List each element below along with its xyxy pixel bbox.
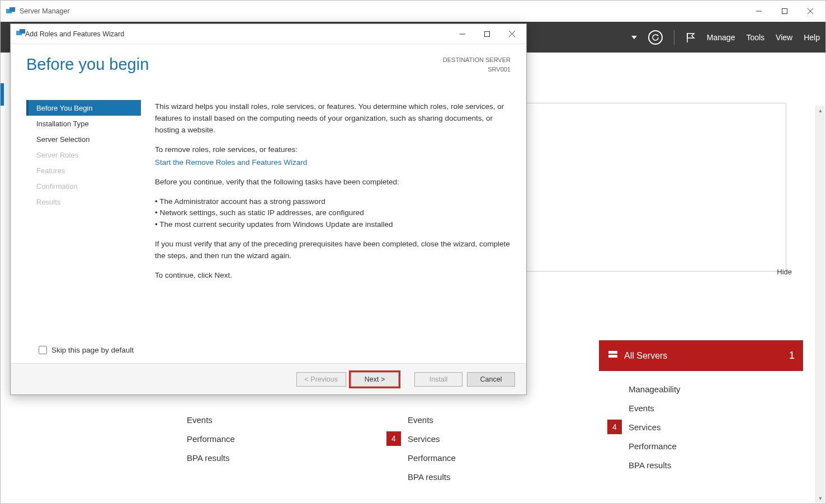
servers-icon (607, 349, 619, 363)
tile-line-manageability: Manageability (607, 379, 795, 398)
remove-label: To remove roles, role services, or featu… (155, 144, 511, 156)
svg-rect-14 (485, 31, 490, 36)
wizard-header: Before you begin DESTINATION SERVER SRV0… (11, 44, 526, 100)
main-titlebar: Server Manager (1, 1, 825, 22)
wizard-titlebar: Add Roles and Features Wizard (11, 24, 526, 44)
tile-line-performance: Performance (607, 436, 795, 455)
server-manager-icon (6, 7, 15, 16)
tile-line-performance: Performance (166, 429, 353, 448)
tile-line-services: 4Services (386, 429, 574, 448)
separator (674, 30, 674, 45)
tile-line-events: Events (166, 410, 353, 429)
svg-rect-1 (10, 7, 15, 12)
prereq-list: The Administrator account has a strong p… (155, 196, 511, 231)
flag-icon[interactable] (686, 32, 696, 43)
wizard-maximize-button[interactable] (475, 26, 499, 42)
cancel-button[interactable]: Cancel (467, 372, 515, 387)
badge-services: 4 (607, 420, 622, 434)
nav-server-roles: Server Roles (26, 147, 141, 163)
nav-confirmation: Confirmation (26, 178, 141, 194)
svg-marker-6 (631, 36, 637, 39)
remove-wizard-link[interactable]: Start the Remove Roles and Features Wiza… (155, 158, 307, 167)
wizard-footer: < Previous Next > Install Cancel (11, 363, 526, 394)
previous-button: < Previous (296, 372, 346, 387)
svg-rect-10 (608, 355, 617, 358)
tile-line-performance: Performance (386, 448, 574, 467)
wizard-heading: Before you begin (26, 55, 149, 100)
prereq-item: The Administrator account has a strong p… (155, 196, 511, 208)
skip-checkbox[interactable] (39, 346, 47, 354)
verify-label: Before you continue, verify that the fol… (155, 177, 511, 188)
nav-features: Features (26, 163, 141, 178)
wizard-nav: Before You Begin Installation Type Serve… (26, 100, 141, 346)
refresh-icon[interactable] (648, 30, 663, 45)
tile-count: 1 (789, 350, 795, 362)
destination-server: DESTINATION SERVER SRV001 (443, 55, 511, 100)
tile-line-bpa: BPA results (386, 467, 574, 486)
prereq-item: Network settings, such as static IP addr… (155, 207, 511, 219)
cmdbar-manage[interactable]: Manage (707, 33, 735, 42)
main-minimize-button[interactable] (746, 3, 772, 20)
wizard-icon (16, 28, 25, 40)
tile-line-events: Events (386, 410, 574, 429)
main-close-button[interactable] (797, 3, 823, 20)
nav-installation-type[interactable]: Installation Type (26, 116, 141, 131)
svg-rect-12 (20, 29, 25, 34)
main-title: Server Manager (20, 7, 70, 15)
cmdbar-tools[interactable]: Tools (746, 33, 764, 42)
tile-header-allservers[interactable]: All Servers 1 (599, 340, 803, 371)
install-button: Install (414, 372, 462, 387)
tile-line-bpa: BPA results (166, 448, 353, 467)
dropdown-caret-icon[interactable] (631, 36, 637, 39)
vertical-scrollbar[interactable]: ▲ ▼ (815, 106, 825, 503)
tile-line-events: Events (607, 398, 795, 417)
svg-marker-7 (657, 34, 659, 36)
continue-paragraph: To continue, click Next. (155, 270, 511, 282)
add-roles-wizard: Add Roles and Features Wizard Before you… (10, 23, 527, 395)
dest-name: SRV001 (443, 65, 511, 74)
tile-line-services: 4Services (607, 417, 795, 436)
verify-paragraph: If you must verify that any of the prece… (155, 239, 511, 262)
skip-label: Skip this page by default (51, 346, 134, 354)
tile-line-bpa: BPA results (607, 455, 795, 474)
scroll-up-icon[interactable]: ▲ (816, 106, 825, 115)
cmdbar-help[interactable]: Help (804, 33, 820, 42)
next-button[interactable]: Next > (351, 372, 399, 387)
hide-link[interactable]: Hide (777, 268, 792, 276)
intro-paragraph: This wizard helps you install roles, rol… (155, 101, 511, 136)
prereq-item: The most current security updates from W… (155, 219, 511, 231)
svg-rect-9 (608, 351, 617, 354)
wizard-title: Add Roles and Features Wizard (25, 30, 124, 38)
dest-label: DESTINATION SERVER (443, 55, 511, 65)
tile-all-servers: All Servers 1 Manageability Events 4Serv… (599, 340, 803, 503)
main-maximize-button[interactable] (772, 3, 797, 20)
nav-server-selection[interactable]: Server Selection (26, 131, 141, 147)
skip-row: Skip this page by default (11, 346, 526, 363)
nav-before-you-begin[interactable]: Before You Begin (26, 100, 141, 116)
wizard-body: Before You Begin Installation Type Serve… (11, 100, 526, 346)
tile-title: All Servers (624, 351, 667, 361)
wizard-close-button[interactable] (499, 26, 524, 42)
wizard-minimize-button[interactable] (450, 26, 475, 42)
wizard-content: This wizard helps you install roles, rol… (141, 100, 511, 346)
scroll-down-icon[interactable]: ▼ (816, 493, 825, 503)
cmdbar-view[interactable]: View (776, 33, 792, 42)
badge-services: 4 (386, 431, 401, 446)
svg-rect-3 (782, 9, 787, 14)
nav-results: Results (26, 194, 141, 210)
